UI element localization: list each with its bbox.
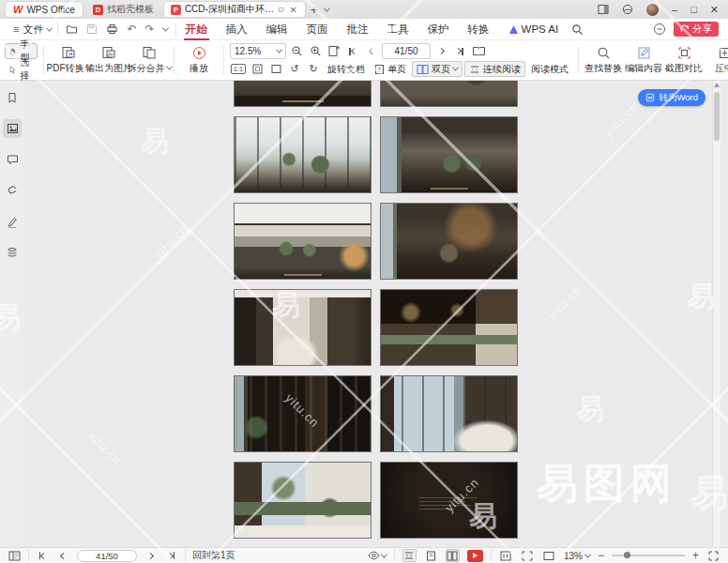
zoom-out-button[interactable]: − — [598, 550, 604, 561]
fit-width-button[interactable] — [267, 61, 284, 77]
fit-page-button[interactable] — [521, 549, 535, 562]
file-menu[interactable]: ≡ 文件 — [8, 23, 57, 37]
app-home-tab[interactable]: W WPS Office — [6, 2, 83, 17]
user-avatar[interactable] — [646, 4, 659, 16]
menu-convert[interactable]: 转换 — [459, 20, 499, 39]
scroll-up-arrow-icon[interactable] — [714, 83, 720, 87]
screenshot-compare-button[interactable]: 截图对比 — [665, 45, 703, 76]
tab-list-chevron-icon[interactable] — [324, 5, 330, 11]
back-to-first-page-link[interactable]: 回到第1页 — [192, 549, 235, 562]
rotate-right-icon[interactable]: ↻ — [305, 61, 322, 77]
double-page-toggle[interactable] — [446, 549, 460, 562]
open-folder-icon[interactable] — [66, 23, 78, 35]
previous-page-button[interactable] — [56, 549, 70, 562]
page-thumbnail[interactable] — [235, 376, 371, 451]
last-page-button[interactable] — [164, 549, 178, 562]
comment-bubble-icon[interactable] — [278, 5, 284, 15]
actual-size-button[interactable]: 1:1 — [230, 61, 247, 77]
page-thumbnail[interactable] — [235, 463, 371, 538]
search-icon[interactable] — [571, 23, 584, 36]
page-thumbnail[interactable] — [235, 81, 371, 106]
find-replace-button[interactable]: 查找替换 — [584, 45, 622, 76]
save-icon[interactable] — [86, 23, 98, 35]
bookmarks-panel-button[interactable] — [3, 88, 22, 107]
zoom-out-button[interactable] — [288, 43, 305, 59]
double-page-button[interactable]: 双页 — [412, 61, 463, 77]
page-layout-icon[interactable] — [8, 549, 22, 562]
zoom-slider[interactable] — [612, 555, 685, 556]
previous-page-button[interactable] — [363, 43, 380, 59]
quick-access-chevron-icon[interactable] — [162, 24, 169, 31]
scrollbar-thumb[interactable] — [714, 92, 720, 141]
layers-panel-button[interactable] — [3, 243, 22, 262]
two-page-book-icon[interactable] — [470, 43, 487, 59]
split-merge-button[interactable]: 拆分合并 — [130, 45, 168, 76]
actual-size-button[interactable] — [499, 549, 513, 562]
theme-globe-icon[interactable] — [622, 4, 633, 15]
zoom-percent-label[interactable]: 13% — [564, 551, 590, 561]
pdf-convert-button[interactable]: PDF转换 — [50, 45, 87, 76]
page-thumbnail[interactable] — [381, 117, 517, 192]
page-thumbnail[interactable] — [381, 204, 517, 279]
zoom-slider-knob[interactable] — [624, 552, 630, 558]
menu-page[interactable]: 页面 — [297, 20, 338, 39]
menu-home[interactable]: 开始 — [176, 20, 217, 39]
menu-tools[interactable]: 工具 — [378, 20, 418, 39]
export-as-image-button[interactable]: 输出为图片 — [90, 45, 128, 76]
vertical-scrollbar[interactable] — [712, 81, 720, 547]
edit-content-button[interactable]: 编辑内容 — [625, 45, 662, 76]
last-page-button[interactable] — [451, 43, 468, 59]
select-tool-button[interactable]: 选择 — [5, 61, 38, 77]
next-page-button[interactable] — [144, 549, 158, 562]
new-tab-button[interactable]: + — [311, 3, 318, 17]
play-slideshow-button[interactable]: 播放 — [180, 45, 218, 76]
play-fullscreen-button[interactable] — [467, 550, 483, 562]
comments-panel-button[interactable] — [3, 150, 22, 169]
page-thumbnail[interactable] — [381, 376, 517, 451]
single-page-button[interactable]: 单页 — [371, 61, 410, 77]
fit-page-width-button[interactable] — [326, 43, 342, 59]
zoom-in-button[interactable]: + — [692, 550, 699, 561]
menu-wps-ai[interactable]: WPS AI — [499, 21, 569, 38]
minimize-button[interactable]: – — [672, 5, 677, 15]
undo-icon[interactable]: ↶ — [127, 23, 136, 36]
tab-active-document[interactable]: P CCD-深圳招商中环红玺样板房间 ✕ — [164, 2, 305, 17]
zoom-in-button[interactable] — [307, 43, 324, 59]
compress-button[interactable]: 压缩 — [705, 45, 728, 76]
continuous-read-button[interactable]: 连续阅读 — [464, 61, 525, 77]
share-button[interactable]: 分享 — [674, 22, 719, 37]
next-page-button[interactable] — [432, 43, 449, 59]
fit-width-button[interactable] — [542, 549, 556, 562]
close-tab-icon[interactable]: ✕ — [289, 5, 298, 15]
view-options-button[interactable] — [368, 549, 387, 562]
single-page-toggle[interactable] — [424, 549, 438, 562]
redo-icon[interactable]: ↷ — [144, 23, 154, 36]
continuous-read-toggle[interactable] — [402, 549, 417, 562]
document-canvas[interactable]: 转为Word — [24, 81, 720, 547]
close-button[interactable]: ✕ — [710, 5, 719, 15]
attachments-panel-button[interactable] — [3, 181, 22, 200]
thumbnails-panel-button[interactable] — [3, 119, 22, 138]
convert-to-word-button[interactable]: 转为Word — [638, 89, 705, 106]
first-page-button[interactable] — [344, 43, 361, 59]
fit-page-button[interactable] — [249, 61, 265, 77]
tab-docer-templates[interactable]: D 找稻壳模板 — [86, 2, 160, 17]
panel-toggle-icon[interactable] — [598, 4, 609, 15]
menu-annotate[interactable]: 批注 — [338, 20, 378, 39]
fullscreen-button[interactable] — [706, 549, 720, 562]
signature-panel-button[interactable] — [3, 212, 22, 231]
maximize-button[interactable]: □ — [690, 5, 697, 15]
page-thumbnail[interactable] — [381, 290, 517, 365]
page-thumbnail[interactable] — [381, 463, 517, 538]
rotate-document-button[interactable]: 旋转文档 — [324, 61, 369, 77]
menu-edit[interactable]: 编辑 — [257, 20, 297, 39]
read-mode-button[interactable]: 阅读模式 — [527, 61, 572, 77]
print-icon[interactable] — [106, 23, 118, 35]
collapse-ribbon-icon[interactable] — [653, 23, 666, 36]
page-thumbnail[interactable] — [235, 290, 371, 365]
rotate-left-icon[interactable]: ↺ — [286, 61, 303, 77]
menu-insert[interactable]: 插入 — [217, 20, 257, 39]
page-thumbnail[interactable] — [381, 81, 517, 106]
page-number-input[interactable]: 41/50 — [382, 43, 431, 59]
page-number-input[interactable]: 41/50 — [77, 550, 137, 562]
